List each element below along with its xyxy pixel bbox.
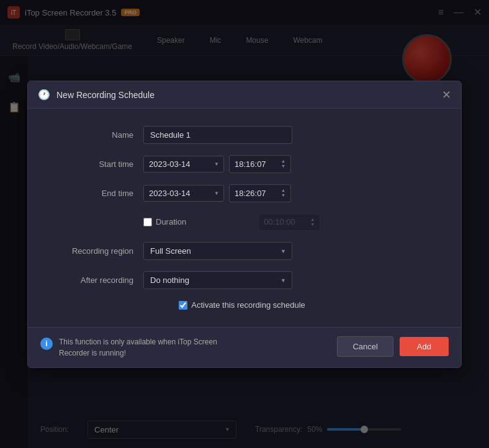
end-time-spinner: 18:26:07 ▲ ▼ (229, 184, 291, 202)
recording-region-row: Recording region Full Screen Custom Regi… (53, 242, 436, 260)
end-date-select[interactable]: 2023-03-14 (143, 185, 224, 202)
start-time-down[interactable]: ▼ (281, 164, 285, 169)
recording-region-dropdown-wrapper: Full Screen Custom Region Window (143, 242, 292, 260)
info-text-line1: This function is only available when iTo… (59, 336, 217, 347)
end-time-row: End time 2023-03-14 18:26:07 ▲ ▼ (53, 184, 436, 202)
duration-row: Duration 00:10:00 ▲ ▼ (143, 213, 436, 231)
start-time-label: Start time (53, 159, 133, 169)
info-section: i This function is only available when i… (40, 336, 330, 359)
modal-header-left: 🕐 New Recording Schedule (38, 89, 155, 101)
start-date-group: 2023-03-14 18:16:07 ▲ ▼ (143, 155, 291, 173)
modal-overlay: 🕐 New Recording Schedule ✕ Name Start ti… (0, 0, 489, 448)
info-icon: i (40, 338, 53, 350)
end-time-down[interactable]: ▼ (281, 193, 285, 198)
recording-region-label: Recording region (53, 246, 133, 256)
duration-label: Duration (156, 217, 186, 226)
name-row: Name (53, 126, 436, 144)
end-date-wrapper: 2023-03-14 (143, 185, 224, 202)
app-background: iT iTop Screen Recorder 3.5 PRO ≡ — ✕ Re… (0, 0, 489, 448)
activate-checkbox-label[interactable]: Activate this recording schedule (179, 300, 305, 310)
after-recording-label: After recording (53, 276, 133, 285)
info-text-line2: Recorder is running! (59, 347, 217, 359)
modal-close-button[interactable]: ✕ (442, 89, 451, 101)
end-time-up[interactable]: ▲ (281, 188, 285, 193)
clock-icon: 🕐 (38, 89, 50, 101)
duration-value: 00:10:00 (264, 217, 295, 226)
start-time-value: 18:16:07 (235, 159, 266, 169)
end-time-label: End time (53, 189, 133, 198)
add-button[interactable]: Add (400, 337, 449, 356)
end-date-group: 2023-03-14 18:26:07 ▲ ▼ (143, 184, 291, 202)
footer-buttons: Cancel Add (337, 336, 449, 357)
cancel-button[interactable]: Cancel (337, 336, 393, 357)
after-recording-select[interactable]: Do nothing Open file Shutdown Hibernate (143, 271, 292, 289)
after-recording-dropdown-wrapper: Do nothing Open file Shutdown Hibernate (143, 271, 292, 289)
duration-checkbox-label[interactable]: Duration (143, 217, 186, 226)
duration-checkbox[interactable] (143, 218, 152, 226)
end-time-value: 18:26:07 (235, 189, 266, 198)
modal-footer: i This function is only available when i… (28, 327, 461, 367)
duration-value-display: 00:10:00 ▲ ▼ (258, 213, 320, 231)
recording-region-select[interactable]: Full Screen Custom Region Window (143, 242, 292, 260)
start-time-up[interactable]: ▲ (281, 159, 285, 164)
activate-row: Activate this recording schedule (53, 300, 436, 310)
start-date-wrapper: 2023-03-14 (143, 156, 224, 172)
modal-title: New Recording Schedule (56, 90, 155, 100)
end-time-spinner-buttons: ▲ ▼ (281, 188, 285, 199)
name-input[interactable] (143, 126, 292, 144)
name-label: Name (53, 130, 133, 140)
start-time-spinner: 18:16:07 ▲ ▼ (229, 155, 291, 173)
after-recording-row: After recording Do nothing Open file Shu… (53, 271, 436, 289)
start-date-select[interactable]: 2023-03-14 (143, 156, 224, 172)
duration-up: ▲ (310, 217, 315, 222)
duration-down: ▼ (310, 222, 315, 227)
modal-header: 🕐 New Recording Schedule ✕ (28, 81, 461, 109)
info-text: This function is only available when iTo… (59, 336, 217, 359)
duration-spinner-buttons: ▲ ▼ (310, 217, 315, 228)
start-time-row: Start time 2023-03-14 18:16:07 ▲ ▼ (53, 155, 436, 173)
activate-checkbox[interactable] (179, 301, 187, 310)
activate-label: Activate this recording schedule (191, 300, 305, 310)
start-time-spinner-buttons: ▲ ▼ (281, 159, 285, 169)
new-recording-schedule-modal: 🕐 New Recording Schedule ✕ Name Start ti… (27, 81, 462, 368)
modal-body: Name Start time 2023-03-14 18:16:07 (28, 109, 461, 327)
